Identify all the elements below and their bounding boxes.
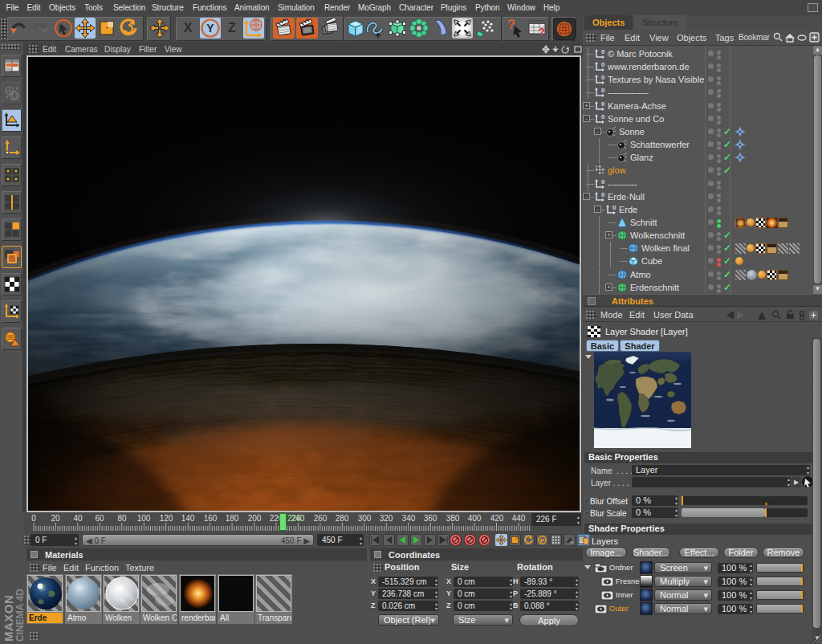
svg-text:0: 0 [601, 178, 605, 185]
svg-text:CINEMA 4D: CINEMA 4D [14, 589, 26, 642]
svg-text:0: 0 [612, 204, 616, 211]
svg-text:0: 0 [601, 87, 605, 94]
svg-text:0: 0 [601, 191, 605, 198]
svg-text:0: 0 [601, 100, 605, 108]
svg-text:0: 0 [601, 113, 605, 120]
svg-text:Y: Y [206, 22, 214, 35]
svg-text:0: 0 [601, 74, 605, 81]
svg-text:P: P [540, 537, 545, 544]
svg-text:MAXON: MAXON [2, 595, 15, 642]
svg-text:0: 0 [601, 61, 605, 68]
svg-text:?: ? [539, 26, 545, 38]
svg-text:0: 0 [601, 48, 605, 55]
